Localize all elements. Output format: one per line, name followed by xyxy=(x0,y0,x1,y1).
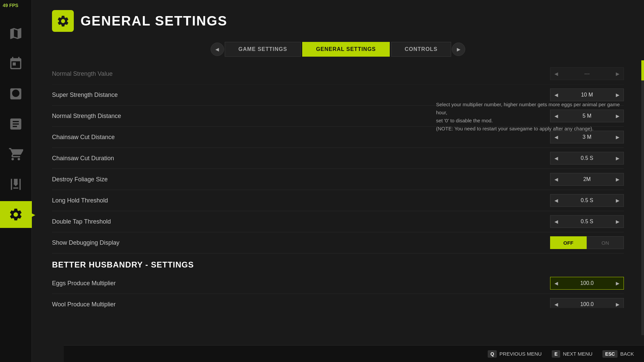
tab-prev-arrow[interactable]: ◀ xyxy=(211,43,224,56)
info-panel: Select your multiplier number, higher nu… xyxy=(436,101,624,133)
sidebar-item-shop[interactable] xyxy=(2,141,30,168)
sidebar-item-stats[interactable] xyxy=(2,171,30,198)
value-box: ◀ 100.0 ▶ xyxy=(550,298,624,308)
table-row: Destroy Foliage Size ◀ 2M ▶ xyxy=(52,169,624,190)
table-row: Eggs Produce Multiplier ◀ 100.0 ▶ xyxy=(52,273,624,294)
table-row: Show Debugging Display OFF ON xyxy=(52,232,624,253)
left-arrow-btn[interactable]: ◀ xyxy=(553,177,559,182)
previous-menu-btn[interactable]: Q PREVIOUS MENU xyxy=(488,350,542,358)
e-key: E xyxy=(552,350,560,358)
table-row: Chainsaw Cut Duration ◀ 0.5 S ▶ xyxy=(52,148,624,169)
right-arrow-btn[interactable]: ▶ xyxy=(614,156,621,161)
previous-menu-label: PREVIOUS MENU xyxy=(499,351,542,357)
left-arrow-btn[interactable]: ◀ xyxy=(553,71,559,76)
row-control: ◀ 0.5 S ▶ xyxy=(550,194,624,207)
scrollbar-thumb[interactable] xyxy=(641,60,644,80)
value-box-highlighted: ◀ 100.0 ▶ xyxy=(550,277,624,290)
row-label: Chainsaw Cut Duration xyxy=(52,155,550,162)
left-arrow-btn[interactable]: ◀ xyxy=(553,134,559,140)
right-arrow-btn[interactable]: ▶ xyxy=(614,134,621,140)
value-display: 100.0 xyxy=(559,280,614,286)
row-control: ◀ 100.0 ▶ xyxy=(550,298,624,308)
value-display: 3 M xyxy=(559,134,614,140)
toggle-control: OFF ON xyxy=(550,236,624,249)
left-arrow-btn[interactable]: ◀ xyxy=(553,281,559,286)
row-label: Double Tap Threshold xyxy=(52,218,550,225)
tab-bar: ◀ GAME SETTINGS GENERAL SETTINGS CONTROL… xyxy=(32,39,644,63)
value-box: ◀ 0.5 S ▶ xyxy=(550,194,624,207)
right-arrow-btn[interactable]: ▶ xyxy=(614,302,621,307)
table-row: Normal Strength Value ◀ --- ▶ xyxy=(52,63,624,84)
row-control: ◀ 0.5 S ▶ xyxy=(550,152,624,165)
section-header-husbandry: BETTER HUSBANDRY - SETTINGS xyxy=(52,253,624,273)
bottom-bar: Q PREVIOUS MENU E NEXT MENU ESC BACK xyxy=(64,345,644,362)
table-row: Double Tap Threshold ◀ 0.5 S ▶ xyxy=(52,211,624,232)
value-display: 0.5 S xyxy=(559,197,614,203)
main-content: GENERAL SETTINGS ◀ GAME SETTINGS GENERAL… xyxy=(32,0,644,362)
value-box: ◀ 10 M ▶ xyxy=(550,88,624,101)
tab-next-arrow[interactable]: ▶ xyxy=(452,43,465,56)
row-label: Wool Produce Multiplier xyxy=(52,301,550,308)
right-arrow-btn[interactable]: ▶ xyxy=(614,71,621,76)
value-display: 0.5 S xyxy=(559,219,614,225)
row-control: ◀ 2M ▶ xyxy=(550,173,624,186)
info-line-3: (NOTE: You need to restart your savegame… xyxy=(436,125,624,133)
sidebar-item-settings[interactable] xyxy=(0,201,32,228)
sidebar-item-map[interactable] xyxy=(2,20,30,47)
tab-game-settings[interactable]: GAME SETTINGS xyxy=(225,42,301,57)
table-row: Long Hold Threshold ◀ 0.5 S ▶ xyxy=(52,190,624,211)
left-arrow-btn[interactable]: ◀ xyxy=(553,92,559,98)
right-arrow-btn[interactable]: ▶ xyxy=(614,219,621,224)
toggle-on-btn[interactable]: ON xyxy=(587,236,624,249)
row-control: ◀ 10 M ▶ xyxy=(550,88,624,101)
header-icon xyxy=(52,10,74,32)
value-display: 10 M xyxy=(559,92,614,98)
right-arrow-btn[interactable]: ▶ xyxy=(614,92,621,98)
row-control: OFF ON xyxy=(550,236,624,249)
page-title: GENERAL SETTINGS xyxy=(80,13,227,28)
table-row: Wool Produce Multiplier ◀ 100.0 ▶ xyxy=(52,294,624,308)
toggle-off-btn[interactable]: OFF xyxy=(550,236,587,249)
scrollbar-track xyxy=(641,60,644,335)
row-label: Long Hold Threshold xyxy=(52,197,550,204)
next-menu-label: NEXT MENU xyxy=(563,351,592,357)
fps-counter: 49 FPS xyxy=(3,3,18,8)
info-line-2: set '0' to disable the mod. xyxy=(436,117,624,125)
tab-general-settings[interactable]: GENERAL SETTINGS xyxy=(302,42,389,57)
settings-content: Normal Strength Value ◀ --- ▶ Super Stre… xyxy=(32,63,644,308)
row-control: ◀ 100.0 ▶ xyxy=(550,277,624,290)
row-control: ◀ --- ▶ xyxy=(550,67,624,80)
left-arrow-btn[interactable]: ◀ xyxy=(553,302,559,307)
sidebar xyxy=(0,0,32,362)
right-arrow-btn[interactable]: ▶ xyxy=(614,281,621,286)
scroll-inner: Normal Strength Value ◀ --- ▶ Super Stre… xyxy=(52,63,624,308)
left-arrow-btn[interactable]: ◀ xyxy=(553,198,559,203)
sidebar-item-animals[interactable] xyxy=(2,80,30,107)
next-menu-btn[interactable]: E NEXT MENU xyxy=(552,350,592,358)
row-label: Destroy Foliage Size xyxy=(52,176,550,183)
row-label: Normal Strength Value xyxy=(52,70,550,77)
info-line-1: Select your multiplier number, higher nu… xyxy=(436,101,624,117)
value-display: 0.5 S xyxy=(559,155,614,161)
value-box: ◀ 0.5 S ▶ xyxy=(550,215,624,228)
header: GENERAL SETTINGS xyxy=(32,0,644,39)
row-control: ◀ 0.5 S ▶ xyxy=(550,215,624,228)
row-label: Chainsaw Cut Distance xyxy=(52,134,550,141)
value-display: 2M xyxy=(559,176,614,182)
left-arrow-btn[interactable]: ◀ xyxy=(553,219,559,224)
value-box: ◀ 2M ▶ xyxy=(550,173,624,186)
right-arrow-btn[interactable]: ▶ xyxy=(614,198,621,203)
row-label: Show Debugging Display xyxy=(52,239,550,246)
left-arrow-btn[interactable]: ◀ xyxy=(553,156,559,161)
value-display: 100.0 xyxy=(559,301,614,307)
right-arrow-btn[interactable]: ▶ xyxy=(614,177,621,182)
value-box: ◀ --- ▶ xyxy=(550,67,624,80)
value-display: --- xyxy=(559,71,614,77)
back-label: BACK xyxy=(620,351,634,357)
sidebar-item-notes[interactable] xyxy=(2,111,30,137)
tab-controls[interactable]: CONTROLS xyxy=(391,42,451,57)
back-btn[interactable]: ESC BACK xyxy=(602,350,634,358)
esc-key: ESC xyxy=(602,350,618,358)
row-label: Super Strength Distance xyxy=(52,92,550,99)
sidebar-item-calendar[interactable] xyxy=(2,50,30,77)
